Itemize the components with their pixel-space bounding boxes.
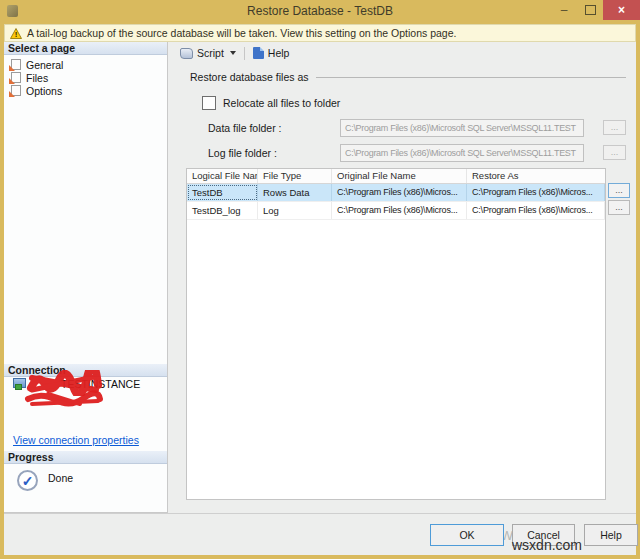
page-icon (11, 72, 21, 83)
main-panel: Script Help Restore database files as Re… (169, 42, 636, 513)
maximize-icon (585, 5, 596, 15)
script-icon (180, 48, 193, 59)
progress-status: Done (48, 472, 73, 484)
cell-original-file[interactable]: C:\Program Files (x86)\Micros... (332, 184, 467, 201)
page-icon (11, 85, 21, 96)
column-header-file-type[interactable]: File Type (258, 169, 332, 183)
column-header-restore-as[interactable]: Restore As (467, 169, 605, 183)
page-list: General Files Options (4, 58, 167, 97)
relocate-checkbox-row[interactable]: Relocate all files to folder (202, 96, 340, 110)
table-row-testdb-log[interactable]: TestDB_log Log C:\Program Files (x86)\Mi… (187, 202, 605, 220)
connection-header: Connection (4, 364, 167, 377)
sidebar-item-options[interactable]: Options (4, 84, 167, 97)
help-label: Help (268, 47, 290, 59)
dialog-content: Select a page General Files Options Conn… (4, 42, 636, 555)
connection-instance: TESTINSTANCE (61, 378, 140, 390)
relocate-checkbox-label: Relocate all files to folder (223, 97, 340, 109)
warning-icon: ! (10, 28, 22, 39)
toolbar-separator (244, 47, 245, 60)
row-browse-button-testdb-log[interactable]: ... (608, 200, 630, 215)
window-title: Restore Database - TestDB (0, 0, 640, 23)
done-check-icon: ✓ (17, 470, 38, 491)
titlebar[interactable]: Restore Database - TestDB – × (0, 0, 640, 23)
maximize-button[interactable] (577, 0, 603, 20)
table-header-row: Logical File Name File Type Original Fil… (187, 169, 605, 184)
script-button[interactable]: Script (175, 45, 241, 61)
data-file-browse-button[interactable]: ... (603, 120, 626, 135)
restore-database-window: Restore Database - TestDB – × ! A tail-l… (0, 0, 640, 559)
progress-header: Progress (4, 451, 167, 464)
relocate-checkbox[interactable] (202, 96, 216, 110)
cell-restore-as[interactable]: C:\Program Files (x86)\Micros... (467, 184, 605, 201)
group-title: Restore database files as (190, 71, 308, 83)
footer: Activate Windows wsxdn.com OK Cancel Hel… (4, 513, 636, 555)
warning-bar: ! A tail-log backup of the source databa… (4, 24, 636, 42)
log-file-browse-button[interactable]: ... (603, 145, 626, 160)
view-connection-properties-link[interactable]: View connection properties (13, 434, 139, 446)
group-divider (316, 77, 626, 78)
table-row-testdb[interactable]: TestDB Rows Data C:\Program Files (x86)\… (187, 184, 605, 202)
cell-restore-as[interactable]: C:\Program Files (x86)\Micros... (467, 202, 605, 219)
redaction-scribble-icon (24, 390, 104, 408)
column-header-original-file-name[interactable]: Original File Name (332, 169, 467, 183)
sidebar-item-general[interactable]: General (4, 58, 167, 71)
page-icon (11, 59, 21, 70)
sidebar: Select a page General Files Options Conn… (4, 42, 168, 513)
cell-logical-name[interactable]: TestDB_log (187, 202, 258, 219)
sidebar-item-label: General (26, 59, 63, 71)
cell-file-type[interactable]: Log (258, 202, 332, 219)
cell-logical-name[interactable]: TestDB (187, 184, 258, 201)
script-label: Script (197, 47, 224, 59)
svg-text:!: ! (15, 30, 18, 39)
column-header-logical-file-name[interactable]: Logical File Name (187, 169, 258, 183)
warning-text: A tail-log backup of the source database… (27, 27, 456, 39)
chevron-down-icon[interactable] (230, 51, 236, 55)
site-watermark: wsxdn.com (512, 537, 582, 553)
sidebar-item-label: Options (26, 85, 62, 97)
data-file-folder-label: Data file folder : (208, 122, 282, 134)
log-file-folder-label: Log file folder : (208, 147, 277, 159)
window-controls: – × (551, 0, 640, 20)
cell-file-type[interactable]: Rows Data (258, 184, 332, 201)
close-button[interactable]: × (603, 0, 640, 20)
select-page-header: Select a page (4, 42, 167, 55)
help-button[interactable]: Help (584, 524, 638, 546)
files-table: Logical File Name File Type Original Fil… (186, 168, 606, 500)
sidebar-item-files[interactable]: Files (4, 71, 167, 84)
toolbar: Script Help (175, 44, 294, 62)
server-icon (13, 378, 26, 388)
log-file-folder-input[interactable]: C:\Program Files (x86)\Microsoft SQL Ser… (340, 144, 584, 162)
sidebar-item-label: Files (26, 72, 48, 84)
help-icon (253, 47, 264, 59)
minimize-button[interactable]: – (551, 0, 577, 20)
ok-button[interactable]: OK (430, 524, 504, 546)
restore-files-group: Restore database files as (190, 71, 626, 83)
help-toolbar-button[interactable]: Help (248, 45, 295, 61)
row-browse-button-testdb[interactable]: ... (608, 183, 630, 198)
data-file-folder-input[interactable]: C:\Program Files (x86)\Microsoft SQL Ser… (340, 119, 584, 137)
check-glyph: ✓ (22, 473, 34, 489)
cell-original-file[interactable]: C:\Program Files (x86)\Micros... (332, 202, 467, 219)
